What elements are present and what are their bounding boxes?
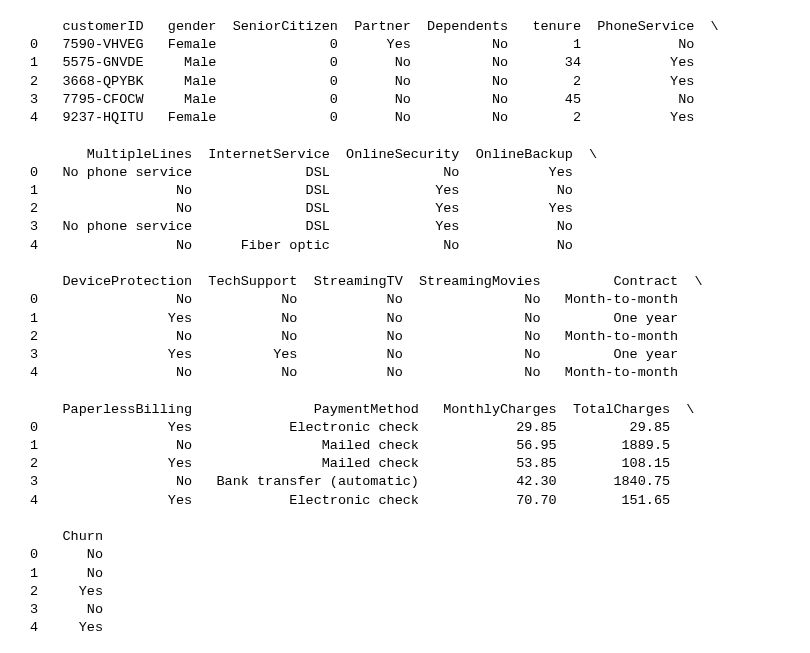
dataframe-output: customerID gender SeniorCitizen Partner … (0, 0, 810, 653)
dataframe-text: customerID gender SeniorCitizen Partner … (22, 19, 719, 635)
